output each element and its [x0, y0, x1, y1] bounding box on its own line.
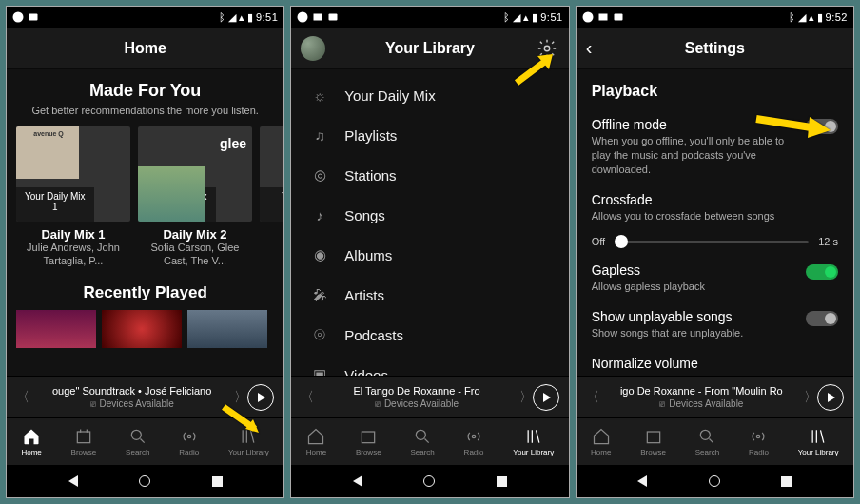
clock: 9:52	[826, 11, 848, 23]
chevron-left-icon[interactable]: 〈	[586, 389, 599, 406]
recents-nav-icon[interactable]	[781, 476, 792, 487]
recents-nav-icon[interactable]	[212, 476, 223, 487]
clock: 9:51	[256, 11, 278, 23]
home-nav-icon[interactable]	[423, 475, 435, 487]
picture-icon	[597, 11, 609, 23]
daily-mix-row[interactable]: Your Daily Mix 1 Daily Mix 1 Julie Andre…	[7, 126, 283, 268]
setting-offline-mode[interactable]: Offline mode When you go offline, you'll…	[592, 111, 838, 186]
library-icon	[809, 427, 828, 446]
library-item-playlists[interactable]: ♫ Playlists	[291, 115, 568, 155]
signal-icon: ▴	[809, 11, 814, 24]
tab-home[interactable]: Home	[21, 427, 41, 456]
chevron-left-icon[interactable]: 〈	[16, 389, 29, 406]
recently-played-title: Recently Played	[7, 283, 283, 302]
chevron-right-icon[interactable]: 〈	[519, 389, 533, 406]
made-for-you-sub: Get better recommendations the more you …	[7, 101, 283, 126]
setting-unplayable[interactable]: Show unplayable songs Show songs that ar…	[592, 303, 838, 350]
album-art[interactable]	[187, 310, 267, 348]
recents-nav-icon[interactable]	[497, 476, 507, 487]
library-item-podcasts[interactable]: ⦾ Podcasts	[291, 315, 568, 355]
tab-library[interactable]: Your Library	[513, 427, 554, 456]
chevron-right-icon[interactable]: 〈	[234, 389, 247, 406]
page-title: Home	[124, 40, 166, 57]
back-nav-icon[interactable]	[637, 475, 647, 487]
main-content[interactable]: ☼ Your Daily Mix ♫ Playlists ◎ Stations …	[291, 69, 568, 376]
spotify-icon	[12, 11, 24, 23]
daily-mix-card[interactable]: Your Daily Mix 2 Daily Mix 2 Sofia Carso…	[138, 126, 252, 268]
status-bar: ᛒ ◢ ▴ ▮ 9:51	[7, 7, 283, 28]
gapless-toggle[interactable]	[806, 264, 838, 280]
svg-point-0	[13, 12, 24, 23]
setting-normalize[interactable]: Normalize volume	[592, 350, 838, 376]
svg-rect-6	[314, 14, 322, 21]
recently-played-row[interactable]	[7, 310, 283, 348]
home-nav-icon[interactable]	[709, 475, 720, 487]
battery-icon: ▮	[532, 11, 538, 24]
offline-toggle[interactable]	[806, 119, 838, 134]
album-art[interactable]	[16, 310, 96, 348]
tab-search[interactable]: Search	[695, 427, 719, 456]
music-note-icon: ♫	[310, 126, 329, 145]
now-playing-bar[interactable]: 〈 ouge" Soundtrack • José Feliciano ⎚Dev…	[7, 376, 283, 417]
unplayable-toggle[interactable]	[806, 311, 838, 326]
svg-point-10	[416, 430, 425, 439]
tab-browse[interactable]: Browse	[356, 427, 381, 456]
library-icon	[239, 427, 258, 446]
back-icon[interactable]: ‹	[586, 37, 593, 59]
tab-home[interactable]: Home	[306, 427, 326, 456]
tab-home[interactable]: Home	[591, 427, 611, 456]
search-icon	[128, 427, 147, 446]
tab-radio[interactable]: Radio	[749, 427, 769, 456]
svg-rect-13	[598, 14, 607, 21]
play-button[interactable]	[247, 384, 274, 411]
tab-browse[interactable]: Browse	[71, 427, 97, 456]
tab-library[interactable]: Your Library	[228, 427, 269, 456]
made-for-you-title: Made For You	[7, 81, 283, 101]
library-item-albums[interactable]: ◉ Albums	[291, 235, 568, 275]
tab-radio[interactable]: Radio	[179, 427, 199, 456]
svg-point-5	[298, 12, 308, 23]
svg-point-8	[544, 46, 550, 51]
tab-library[interactable]: Your Library	[798, 427, 839, 456]
daily-mix-card[interactable]: Your Daily Mix 1 Daily Mix 1 Julie Andre…	[16, 126, 130, 268]
clock: 9:51	[540, 11, 562, 23]
back-nav-icon[interactable]	[353, 475, 362, 487]
spotify-icon	[582, 11, 594, 23]
chevron-left-icon[interactable]: 〈	[301, 389, 314, 406]
radio-icon	[180, 427, 199, 446]
now-playing-track: igo De Roxanne - From "Moulin Ro	[599, 384, 804, 397]
library-item-artists[interactable]: 🎤︎ Artists	[291, 275, 568, 315]
home-nav-icon[interactable]	[139, 475, 150, 487]
chevron-right-icon[interactable]: 〈	[804, 389, 817, 406]
avatar[interactable]	[301, 36, 325, 61]
library-item-songs[interactable]: ♪ Songs	[291, 195, 568, 235]
tab-radio[interactable]: Radio	[464, 427, 484, 456]
daily-mix-card[interactable]: Your Da Ka Stev...	[260, 126, 283, 268]
svg-rect-15	[647, 432, 659, 443]
main-content[interactable]: Playback Offline mode When you go offlin…	[577, 69, 853, 376]
header: ‹ Settings	[577, 28, 853, 69]
library-item-stations[interactable]: ◎ Stations	[291, 155, 568, 195]
library-item-daily-mix[interactable]: ☼ Your Daily Mix	[291, 75, 568, 115]
main-content[interactable]: Made For You Get better recommendations …	[7, 69, 283, 376]
setting-gapless[interactable]: Gapless Allows gapless playback	[592, 257, 838, 303]
now-playing-bar[interactable]: 〈 igo De Roxanne - From "Moulin Ro ⎚Devi…	[577, 376, 853, 417]
gear-icon[interactable]	[537, 38, 557, 59]
signal-icon: ▴	[239, 11, 244, 24]
play-button[interactable]	[817, 384, 844, 411]
library-item-videos[interactable]: ▣ Videos	[291, 355, 568, 376]
album-art[interactable]	[102, 310, 182, 348]
crossfade-slider[interactable]	[615, 241, 809, 243]
status-bar: ᛒ ◢ ▴ ▮ 9:51	[291, 7, 568, 28]
podcast-icon: ⦾	[310, 325, 329, 344]
tab-search[interactable]: Search	[410, 427, 434, 456]
page-title: Your Library	[385, 40, 475, 57]
now-playing-bar[interactable]: 〈 El Tango De Roxanne - Fro ⎚Devices Ava…	[291, 376, 568, 417]
android-nav-bar	[577, 465, 853, 497]
back-nav-icon[interactable]	[68, 475, 78, 487]
tab-search[interactable]: Search	[126, 427, 149, 456]
tab-browse[interactable]: Browse	[640, 427, 666, 456]
bottom-tabs: Home Browse Search Radio Your Library	[7, 417, 283, 465]
play-button[interactable]	[533, 384, 559, 411]
picture-icon	[312, 11, 323, 23]
